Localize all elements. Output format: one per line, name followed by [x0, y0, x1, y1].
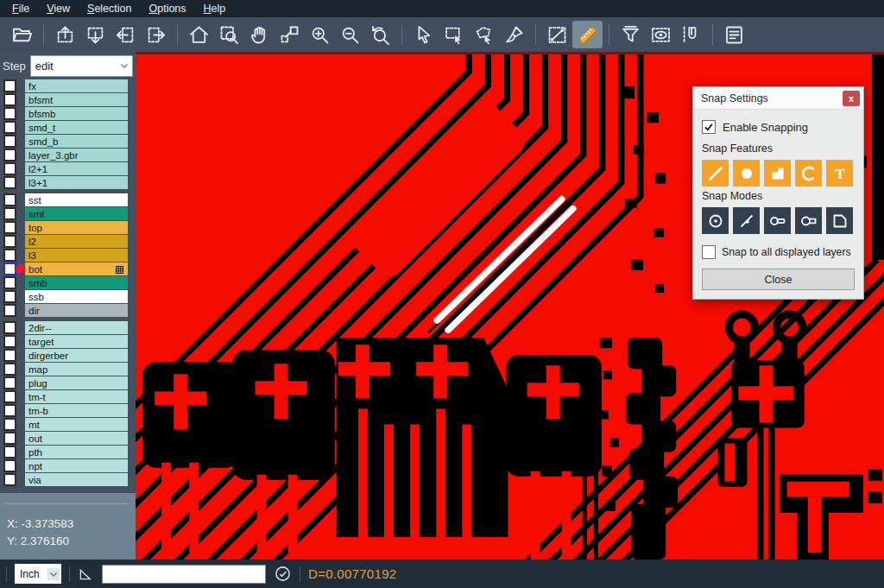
layer-row-npt[interactable]: npt — [0, 459, 136, 472]
layer-visibility-checkbox[interactable] — [3, 93, 16, 106]
layer-visibility-checkbox[interactable] — [3, 262, 16, 275]
snap-mode-slot-horizontal-button[interactable] — [764, 207, 791, 234]
layer-row-fx[interactable]: fx — [0, 79, 136, 92]
layer-label[interactable]: top — [25, 221, 128, 234]
menu-file[interactable]: File — [3, 1, 38, 16]
apply-check-icon[interactable] — [274, 565, 292, 583]
layer-row-l3[interactable]: l3 — [0, 249, 136, 262]
snap-feature-line-button[interactable] — [702, 160, 729, 187]
snap-mode-polygon-button[interactable] — [826, 207, 853, 234]
close-button[interactable]: Close — [702, 269, 855, 290]
layer-row-2dir--[interactable]: 2dir-- — [0, 321, 136, 334]
layer-label[interactable]: plug — [25, 376, 128, 389]
tool-shift-left-button[interactable] — [110, 21, 141, 48]
snap-feature-text-button[interactable]: T — [826, 160, 853, 187]
layer-visibility-checkbox[interactable] — [3, 304, 16, 317]
layer-label[interactable]: sst — [25, 193, 128, 206]
tool-pan-hand-button[interactable] — [244, 21, 275, 48]
tool-open-folder-button[interactable] — [7, 21, 37, 48]
layer-visibility-checkbox[interactable] — [3, 162, 16, 175]
tool-view-eye-button[interactable] — [646, 21, 676, 48]
layer-row-pth[interactable]: pth — [0, 446, 136, 458]
tool-report-button[interactable] — [719, 21, 749, 48]
layer-visibility-checkbox[interactable] — [3, 363, 16, 376]
layer-visibility-checkbox[interactable] — [3, 418, 16, 431]
layer-visibility-checkbox[interactable] — [3, 473, 16, 486]
layer-label[interactable]: smd_b — [25, 135, 128, 148]
menu-selection[interactable]: Selection — [79, 1, 140, 16]
tool-select-polygon-button[interactable] — [469, 21, 499, 48]
layer-label[interactable]: fx — [25, 79, 128, 92]
menu-view[interactable]: View — [38, 1, 79, 16]
layer-row-layer_3.gbr[interactable]: layer_3.gbr — [0, 149, 136, 161]
layer-row-smd_t[interactable]: smd_t — [0, 121, 136, 134]
layer-row-plug[interactable]: plug — [0, 376, 136, 389]
layer-label[interactable]: dir — [25, 304, 128, 317]
layer-visibility-checkbox[interactable] — [3, 459, 16, 472]
layer-label[interactable]: l3+1 — [25, 176, 128, 189]
layer-visibility-checkbox[interactable] — [3, 235, 16, 248]
tool-ruler-button[interactable] — [572, 21, 603, 48]
checkbox-icon[interactable] — [702, 120, 716, 134]
tool-paint-brush-button[interactable] — [499, 21, 529, 48]
layer-row-smd_b[interactable]: smd_b — [0, 135, 136, 148]
tool-zoom-out-button[interactable] — [335, 21, 365, 48]
layer-row-dirgerber[interactable]: dirgerber — [0, 349, 136, 362]
layer-row-l2[interactable]: l2 — [0, 235, 136, 248]
tool-measure-button[interactable] — [542, 21, 572, 48]
layer-row-out[interactable]: out — [0, 432, 136, 445]
layer-row-smt[interactable]: smt — [0, 207, 136, 220]
layer-row-tm-t[interactable]: tm-t — [0, 390, 136, 403]
layer-label[interactable]: bot — [25, 262, 128, 275]
layer-label[interactable]: layer_3.gbr — [25, 149, 128, 161]
tool-home-button[interactable] — [184, 21, 214, 48]
tool-filter-funnel-button[interactable] — [616, 21, 646, 48]
layer-label[interactable]: tm-t — [25, 390, 128, 403]
layer-label[interactable]: smb — [25, 276, 128, 289]
tool-export-top-button[interactable] — [50, 21, 80, 48]
checkbox-icon[interactable] — [702, 245, 716, 259]
layer-row-ssb[interactable]: ssb — [0, 290, 136, 303]
tool-select-rectangle-button[interactable] — [439, 21, 469, 48]
menu-help[interactable]: Help — [195, 1, 235, 16]
layer-row-l3+1[interactable]: l3+1 — [0, 176, 136, 189]
layer-row-bfsmb[interactable]: bfsmb — [0, 107, 136, 120]
layer-visibility-checkbox[interactable] — [3, 290, 16, 303]
layer-row-l2+1[interactable]: l2+1 — [0, 162, 136, 175]
tool-shift-right-button[interactable] — [141, 21, 171, 48]
layer-row-mt[interactable]: mt — [0, 418, 136, 431]
layer-label[interactable]: mt — [25, 418, 128, 431]
layer-label[interactable]: dirgerber — [25, 349, 128, 362]
layer-visibility-checkbox[interactable] — [3, 404, 16, 417]
tool-zoom-in-button[interactable] — [305, 21, 335, 48]
layer-visibility-checkbox[interactable] — [3, 193, 16, 206]
layer-label[interactable]: bfsmb — [25, 107, 128, 120]
layer-visibility-checkbox[interactable] — [3, 349, 16, 362]
tool-transform-button[interactable] — [275, 21, 305, 48]
layer-label[interactable]: smt — [25, 207, 128, 220]
tool-select-cursor-button[interactable] — [408, 21, 439, 48]
tool-snap-magnet-button[interactable] — [676, 21, 706, 48]
layer-visibility-checkbox[interactable] — [3, 107, 16, 120]
layer-label[interactable]: bfsmt — [25, 93, 128, 106]
layer-visibility-checkbox[interactable] — [3, 149, 16, 161]
enable-snapping-checkbox[interactable]: Enable Snapping — [702, 120, 855, 134]
layer-row-smb[interactable]: smb — [0, 276, 136, 289]
layer-label[interactable]: tm-b — [25, 404, 128, 417]
layer-label[interactable]: pth — [25, 446, 128, 458]
layer-visibility-checkbox[interactable] — [3, 249, 16, 262]
layer-visibility-checkbox[interactable] — [3, 276, 16, 289]
layer-visibility-checkbox[interactable] — [3, 79, 16, 92]
layer-row-dir[interactable]: dir — [0, 304, 136, 317]
layer-visibility-checkbox[interactable] — [3, 135, 16, 148]
layer-label[interactable]: target — [25, 335, 128, 348]
layer-visibility-checkbox[interactable] — [3, 207, 16, 220]
close-icon[interactable]: x — [843, 91, 860, 106]
snap-all-layers-checkbox[interactable]: Snap to all displayed layers — [702, 245, 855, 259]
layer-label[interactable]: l3 — [25, 249, 128, 262]
coordinate-input[interactable] — [102, 565, 266, 584]
tool-import-bottom-button[interactable] — [80, 21, 110, 48]
tool-zoom-previous-button[interactable] — [365, 21, 395, 48]
layer-visibility-checkbox[interactable] — [3, 221, 16, 234]
layer-label[interactable]: 2dir-- — [25, 321, 128, 334]
